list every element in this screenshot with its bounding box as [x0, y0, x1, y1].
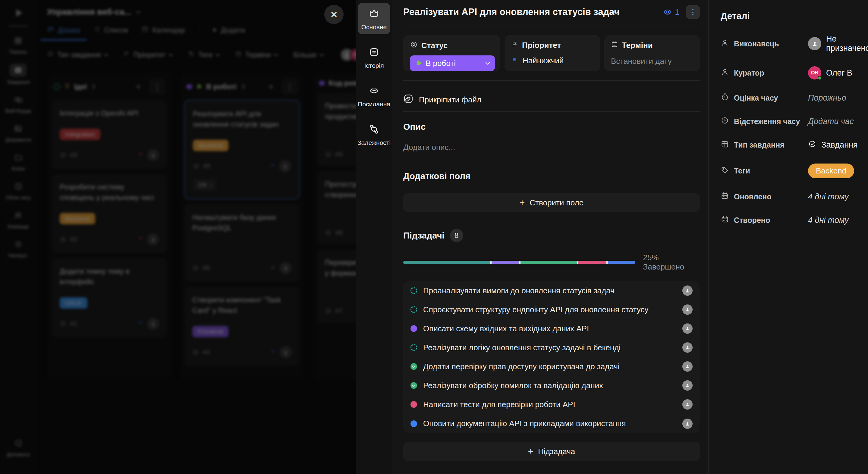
- subtask-row[interactable]: Додати перевірку прав доступу користувач…: [403, 357, 700, 376]
- subtask-status-done-icon[interactable]: [410, 363, 417, 370]
- subtask-title: Додати перевірку прав доступу користувач…: [423, 362, 676, 371]
- description-heading: Опис: [403, 122, 700, 132]
- detail-task-type[interactable]: Тип завдання Завдання: [721, 140, 868, 150]
- updated-value: 4 дні тому: [808, 192, 868, 201]
- avatar[interactable]: [682, 304, 692, 315]
- tag-backend-pill[interactable]: Backend: [808, 164, 854, 178]
- subtask-status-todo-icon[interactable]: [410, 306, 417, 313]
- subtask-status-testing-icon[interactable]: [410, 401, 417, 408]
- status-field: Статус В роботі: [403, 35, 500, 71]
- detail-label: Теги: [734, 167, 750, 175]
- detail-label: Виконавець: [734, 39, 779, 48]
- chevron-down-icon: [486, 60, 490, 65]
- subtask-status-docs-icon[interactable]: [410, 420, 417, 427]
- status-ring-icon: [410, 41, 418, 50]
- calendar-icon: [721, 192, 729, 202]
- detail-curator[interactable]: Куратор ОВ Олег В: [721, 66, 868, 79]
- assignee-value: Не призначено: [826, 34, 868, 53]
- subtask-status-todo-icon[interactable]: [410, 344, 417, 351]
- attach-file-button[interactable]: Прикріпити файл: [403, 88, 700, 111]
- avatar[interactable]: [682, 418, 692, 429]
- priority-value: Найнижчий: [523, 56, 564, 65]
- subtask-row[interactable]: Спроєктувати структуру ендпоінту API для…: [403, 300, 700, 319]
- estimate-value: Порожньо: [808, 93, 868, 103]
- created-value: 4 дні тому: [808, 215, 868, 225]
- subtask-row[interactable]: Реалізувати обробку помилок та валідацію…: [403, 376, 700, 395]
- subtask-list: Проаналізувати вимоги до оновлення стату…: [403, 281, 700, 433]
- priority-field[interactable]: Пріоритет Найнижчий: [504, 35, 600, 71]
- details-panel: Деталі Виконавець Не призначено Куратор: [708, 0, 868, 474]
- person-icon: [721, 68, 729, 78]
- subtask-row[interactable]: Проаналізувати вимоги до оновлення стату…: [403, 281, 700, 300]
- avatar[interactable]: [682, 380, 692, 391]
- status-value: В роботі: [426, 59, 456, 68]
- progress-label: 25% Завершено: [643, 253, 700, 272]
- detail-assignee[interactable]: Виконавець Не призначено: [721, 34, 868, 53]
- subtask-row[interactable]: Описати схему вхідних та вихідних даних …: [403, 319, 700, 338]
- modal-tab-links[interactable]: Посилання: [358, 81, 390, 111]
- eye-icon: [663, 7, 672, 16]
- person-icon: [721, 39, 729, 49]
- curator-value: Олег В: [826, 68, 852, 78]
- create-field-label: Створити поле: [530, 198, 584, 207]
- subtask-status-in-progress-icon[interactable]: [410, 325, 417, 332]
- subtask-title: Описати схему вхідних та вихідних даних …: [423, 324, 676, 333]
- field-label: Статус: [421, 41, 448, 50]
- subtask-title: Реалізувати логіку оновлення статусу зад…: [423, 343, 676, 352]
- detail-label: Куратор: [734, 69, 764, 77]
- create-field-button[interactable]: + Створити поле: [403, 193, 700, 212]
- tracking-value: Додати час: [808, 117, 868, 126]
- add-subtask-label: Підзадача: [538, 447, 575, 456]
- check-circle-icon: [808, 140, 816, 150]
- avatar-initials: ОВ: [811, 70, 818, 76]
- modal-tab-dependencies[interactable]: Залежності: [358, 119, 390, 150]
- subtask-row[interactable]: Реалізувати логіку оновлення статусу зад…: [403, 338, 700, 357]
- paperclip-icon: [403, 94, 413, 106]
- avatar[interactable]: [682, 285, 692, 296]
- flag-icon: [511, 57, 518, 64]
- due-date-field[interactable]: Терміни Встановити дату: [604, 35, 700, 71]
- plus-icon: +: [528, 446, 533, 456]
- puzzle-icon: [415, 59, 422, 68]
- detail-label: Створено: [734, 216, 770, 225]
- close-modal-button[interactable]: ✕: [324, 5, 344, 24]
- avatar[interactable]: [682, 361, 692, 372]
- task-menu-button[interactable]: ⋮: [686, 5, 700, 19]
- type-grid-icon: [721, 140, 729, 150]
- ellipsis-icon: ⋮: [689, 8, 696, 16]
- field-label: Терміни: [622, 41, 653, 50]
- modal-tab-label: Залежності: [358, 139, 391, 146]
- subtask-row[interactable]: Написати тести для перевірки роботи API: [403, 395, 700, 414]
- due-date-placeholder: Встановити дату: [611, 57, 693, 66]
- type-value: Завдання: [821, 140, 858, 150]
- detail-tags[interactable]: Теги Backend: [721, 164, 868, 178]
- modal-content: Реалізувати API для оновлення статусів з…: [393, 0, 708, 474]
- modal-tab-main[interactable]: Основне: [358, 3, 390, 34]
- task-title: Реалізувати API для оновлення статусів з…: [403, 7, 663, 18]
- online-status-dot: [818, 76, 822, 80]
- status-dropdown[interactable]: В роботі: [410, 56, 495, 71]
- field-label: Пріоритет: [522, 41, 561, 50]
- avatar: ОВ: [808, 66, 821, 79]
- plus-icon: +: [520, 198, 525, 208]
- watchers-indicator[interactable]: 1: [663, 7, 679, 17]
- avatar[interactable]: [682, 399, 692, 410]
- timer-icon: [721, 93, 729, 103]
- avatar: [808, 37, 821, 50]
- avatar[interactable]: [682, 324, 692, 334]
- add-subtask-button[interactable]: + Підзадача: [403, 442, 700, 461]
- modal-tab-label: Основне: [361, 24, 387, 31]
- description-input[interactable]: Додати опис...: [403, 143, 700, 152]
- avatar[interactable]: [682, 342, 692, 353]
- detail-estimate[interactable]: Оцінка часу Порожньо: [721, 93, 868, 103]
- subtask-status-todo-icon[interactable]: [410, 287, 417, 294]
- subtask-title: Реалізувати обробку помилок та валідацію…: [423, 381, 676, 390]
- modal-tab-history[interactable]: Історія: [358, 42, 390, 73]
- subtask-status-done-icon[interactable]: [410, 382, 417, 389]
- detail-time-tracking[interactable]: Відстеження часу Додати час: [721, 116, 868, 127]
- calendar-icon: [721, 215, 729, 225]
- subtask-title: Проаналізувати вимоги до оновлення стату…: [423, 286, 676, 296]
- subtask-row[interactable]: Оновити документацію API з прикладами ви…: [403, 414, 700, 433]
- attach-label: Прикріпити файл: [419, 95, 481, 104]
- subtasks-count-badge: 8: [450, 229, 463, 242]
